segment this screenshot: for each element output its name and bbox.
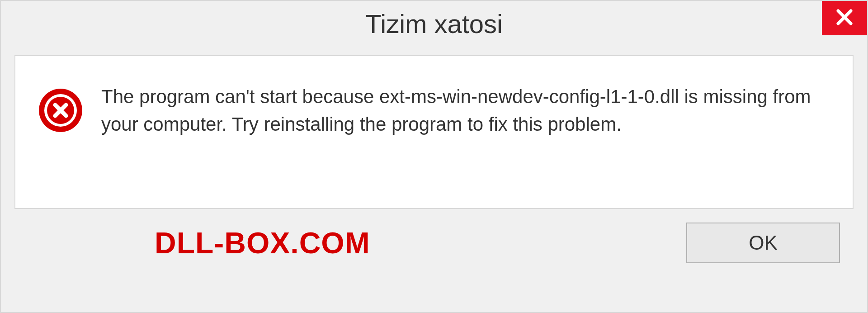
watermark-text: DLL-BOX.COM — [155, 226, 370, 260]
title-bar: Tizim xatosi — [1, 1, 867, 46]
error-icon — [38, 88, 83, 133]
content-panel: The program can't start because ext-ms-w… — [14, 55, 854, 209]
ok-button-label: OK — [749, 232, 778, 254]
close-button[interactable] — [822, 1, 867, 35]
error-message: The program can't start because ext-ms-w… — [101, 83, 830, 138]
dialog-title: Tizim xatosi — [365, 9, 503, 39]
error-dialog: Tizim xatosi The program can't start bec… — [0, 0, 868, 313]
footer-bar: DLL-BOX.COM OK — [1, 209, 867, 277]
close-icon — [834, 6, 855, 30]
ok-button[interactable]: OK — [686, 223, 840, 263]
